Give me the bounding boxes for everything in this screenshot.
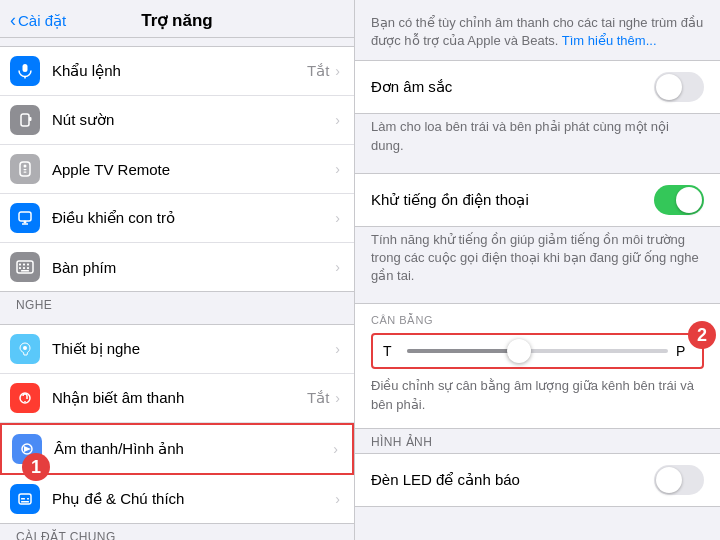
mono-toggle[interactable] <box>654 72 704 102</box>
led-toggle-knob <box>656 467 682 493</box>
slider-left-label: T <box>383 343 399 359</box>
noise-label: Khử tiếng ồn điện thoại <box>371 191 654 209</box>
chevron-icon: › <box>335 161 340 177</box>
chevron-icon: › <box>335 63 340 79</box>
keyboard-icon <box>10 252 40 282</box>
thiet-bi-nghe-label: Thiết bị nghe <box>52 340 335 358</box>
svg-rect-0 <box>23 64 28 72</box>
noise-section: Khử tiếng ồn điện thoại <box>355 173 720 227</box>
svg-rect-15 <box>19 267 21 269</box>
noise-desc: Tính năng khử tiếng ồn giúp giảm tiếng ồ… <box>355 227 720 296</box>
svg-rect-16 <box>23 267 25 269</box>
slider-right-label: P <box>676 343 692 359</box>
mono-desc: Làm cho loa bên trái và bên phải phát cù… <box>355 114 720 164</box>
nav-back-button[interactable]: ‹ Cài đặt <box>10 10 66 31</box>
side-button-icon <box>10 105 40 135</box>
list-item-thiet-bi-nghe[interactable]: Thiết bị nghe › <box>0 325 354 374</box>
balance-slider-row: T P 2 <box>371 333 704 369</box>
mic-icon <box>10 56 40 86</box>
svg-point-19 <box>23 346 27 350</box>
svg-rect-7 <box>24 172 27 173</box>
led-item: Đèn LED để cảnh báo <box>355 454 720 506</box>
back-label: Cài đặt <box>18 12 66 30</box>
pointer-icon <box>10 203 40 233</box>
balance-section-label: CÂN BẰNG <box>371 314 704 327</box>
balance-section: CÂN BẰNG T P 2 Điều chỉnh sự cân bằng âm… <box>355 303 720 428</box>
mono-section: Đơn âm sắc <box>355 60 720 114</box>
slider-track[interactable] <box>407 349 668 353</box>
dieu-khien-label: Điều khiển con trỏ <box>52 209 335 227</box>
chevron-icon: › <box>333 441 338 457</box>
list-item-phu-de[interactable]: Phụ đề & Chú thích › <box>0 475 354 523</box>
apple-tv-remote-label: Apple TV Remote <box>52 161 335 178</box>
noise-toggle-knob <box>676 187 702 213</box>
back-chevron-icon: ‹ <box>10 10 16 31</box>
list-item-am-thanh-hinh-anh[interactable]: Âm thanh/Hình ảnh › 1 <box>0 423 354 475</box>
sound-recognition-icon <box>10 383 40 413</box>
slider-thumb[interactable] <box>507 339 531 363</box>
svg-point-5 <box>24 165 27 168</box>
nut-suon-label: Nút sườn <box>52 111 335 129</box>
svg-rect-17 <box>27 267 29 269</box>
chevron-icon: › <box>335 259 340 275</box>
noise-item: Khử tiếng ồn điện thoại <box>355 174 720 226</box>
svg-rect-25 <box>21 501 29 503</box>
left-panel: ‹ Cài đặt Trợ năng Khẩu lệnh Tắt › <box>0 0 355 540</box>
khau-lenh-value: Tắt <box>307 62 329 80</box>
badge-2: 2 <box>688 321 716 349</box>
list-item-nut-suon[interactable]: Nút sườn › <box>0 96 354 145</box>
hinh-anh-section-label: HÌNH ẢNH <box>355 429 720 453</box>
nhan-biet-am-thanh-label: Nhận biết âm thanh <box>52 389 307 407</box>
mono-toggle-knob <box>656 74 682 100</box>
svg-point-9 <box>24 221 27 224</box>
list-item-ban-phim[interactable]: Bàn phím › <box>0 243 354 291</box>
led-section: Đèn LED để cảnh báo <box>355 453 720 507</box>
svg-rect-14 <box>27 264 29 266</box>
section-chung-label: CÀI ĐẶT CHUNG <box>0 524 354 540</box>
svg-rect-12 <box>19 264 21 266</box>
chevron-icon: › <box>335 210 340 226</box>
right-top-description: Bạn có thể tùy chỉnh âm thanh cho các ta… <box>355 0 720 60</box>
noise-toggle[interactable] <box>654 185 704 215</box>
am-thanh-hinh-anh-label: Âm thanh/Hình ảnh <box>54 440 333 458</box>
svg-rect-26 <box>27 498 29 500</box>
phu-de-label: Phụ đề & Chú thích <box>52 490 335 508</box>
list-item-apple-tv-remote[interactable]: Apple TV Remote › <box>0 145 354 194</box>
learn-more-link[interactable]: Tìm hiểu thêm... <box>562 33 657 48</box>
svg-rect-6 <box>24 169 27 170</box>
subtitle-icon <box>10 484 40 514</box>
svg-rect-24 <box>21 498 25 500</box>
chevron-icon: › <box>335 491 340 507</box>
badge-1: 1 <box>22 453 50 481</box>
ear-icon <box>10 334 40 364</box>
mono-item: Đơn âm sắc <box>355 61 720 113</box>
chevron-icon: › <box>335 341 340 357</box>
svg-rect-2 <box>21 114 29 126</box>
svg-rect-13 <box>23 264 25 266</box>
mono-label: Đơn âm sắc <box>371 78 654 96</box>
list-item-dieu-khien-con-tro[interactable]: Điều khiển con trỏ › <box>0 194 354 243</box>
nhan-biet-value: Tắt <box>307 389 329 407</box>
led-label: Đèn LED để cảnh báo <box>371 471 654 489</box>
svg-rect-3 <box>29 117 32 121</box>
chevron-icon: › <box>335 112 340 128</box>
khau-lenh-label: Khẩu lệnh <box>52 62 307 80</box>
ban-phim-label: Bàn phím <box>52 259 335 276</box>
top-items-group: Khẩu lệnh Tắt › Nút sườn › <box>0 46 354 292</box>
svg-rect-18 <box>21 270 29 272</box>
right-panel: Bạn có thể tùy chỉnh âm thanh cho các ta… <box>355 0 720 540</box>
nghe-items-group: Thiết bị nghe › Nhận biết âm thanh Tắt › <box>0 324 354 524</box>
list-item-nhan-biet-am-thanh[interactable]: Nhận biết âm thanh Tắt › <box>0 374 354 423</box>
balance-desc: Điều chỉnh sự cân bằng âm lượng giữa kên… <box>371 369 704 413</box>
led-toggle[interactable] <box>654 465 704 495</box>
chevron-icon: › <box>335 390 340 406</box>
remote-icon <box>10 154 40 184</box>
list-item-khau-lenh[interactable]: Khẩu lệnh Tắt › <box>0 47 354 96</box>
section-nghe-label: NGHE <box>0 292 354 316</box>
nav-header: ‹ Cài đặt Trợ năng <box>0 0 354 38</box>
svg-rect-8 <box>19 212 31 221</box>
page-title: Trợ năng <box>141 10 212 31</box>
